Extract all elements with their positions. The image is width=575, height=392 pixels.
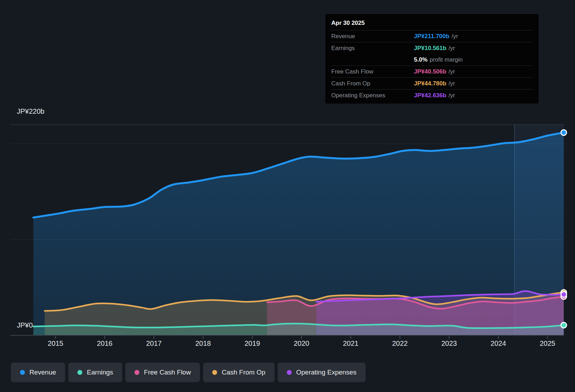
operating-expenses-end-marker [561, 292, 567, 297]
x-axis-label-2023: 2023 [441, 340, 457, 347]
legend-item-revenue[interactable]: Revenue [11, 363, 65, 382]
legend-item-free-cash-flow[interactable]: Free Cash Flow [125, 363, 200, 382]
legend-label: Cash From Op [222, 369, 265, 376]
x-axis-label-2015: 2015 [48, 340, 63, 347]
tooltip-row-free-cash-flow: Free Cash Flow JP¥40.506b /yr [331, 65, 533, 77]
legend-label: Earnings [87, 369, 113, 376]
x-axis-label-2025: 2025 [540, 340, 555, 347]
free-cash-flow-dot-icon [134, 370, 139, 375]
tooltip-value: JP¥10.561b [414, 45, 446, 52]
x-axis-label-2020: 2020 [294, 340, 310, 347]
x-axis-label-2024: 2024 [491, 340, 506, 347]
tooltip-date: Apr 30 2025 [331, 18, 533, 30]
tooltip-row-operating-expenses: Operating Expenses JP¥42.636b /yr [331, 89, 533, 101]
legend-item-earnings[interactable]: Earnings [68, 363, 122, 382]
tooltip-label: Cash From Op [331, 80, 414, 87]
legend-item-operating-expenses[interactable]: Operating Expenses [278, 363, 366, 382]
chart-legend: Revenue Earnings Free Cash Flow Cash Fro… [11, 363, 366, 382]
revenue-dot-icon [20, 370, 25, 375]
chart-tooltip: Apr 30 2025 Revenue JP¥211.700b /yr Earn… [325, 14, 539, 104]
tooltip-unit: /yr [449, 45, 455, 52]
tooltip-label: Revenue [331, 33, 414, 40]
earnings-dot-icon [77, 370, 82, 375]
x-axis-label-2017: 2017 [146, 340, 162, 347]
x-axis-label-2022: 2022 [392, 340, 408, 347]
x-axis-label-2021: 2021 [343, 340, 359, 347]
earnings-end-marker [561, 322, 567, 328]
tooltip-unit: /yr [449, 92, 455, 99]
tooltip-unit: /yr [449, 68, 455, 75]
tooltip-unit: /yr [451, 33, 458, 40]
tooltip-label: Operating Expenses [331, 92, 414, 99]
tooltip-row-cash-from-op: Cash From Op JP¥44.780b /yr [331, 77, 533, 89]
tooltip-label: Earnings [331, 45, 414, 52]
tooltip-value: JP¥42.636b [414, 92, 446, 99]
y-axis-max-label: JP¥220b [17, 107, 44, 115]
tooltip-row-revenue: Revenue JP¥211.700b /yr [331, 30, 533, 42]
tooltip-value: JP¥211.700b [414, 33, 449, 40]
tooltip-margin-value: 5.0% [414, 56, 428, 63]
legend-label: Free Cash Flow [144, 369, 191, 376]
legend-label: Operating Expenses [296, 369, 356, 376]
x-axis-label-2016: 2016 [97, 340, 113, 347]
legend-item-cash-from-op[interactable]: Cash From Op [203, 363, 275, 382]
tooltip-margin-label: profit margin [430, 56, 463, 63]
tooltip-row-profit-margin: 5.0% profit margin [331, 54, 533, 65]
operating-expenses-dot-icon [287, 370, 292, 375]
legend-label: Revenue [29, 369, 56, 376]
revenue-end-marker [561, 130, 567, 135]
cash-from-op-dot-icon [212, 370, 217, 375]
tooltip-value: JP¥44.780b [414, 80, 446, 87]
tooltip-label: Free Cash Flow [331, 68, 414, 75]
x-axis-label-2018: 2018 [195, 340, 211, 347]
tooltip-row-earnings: Earnings JP¥10.561b /yr [331, 42, 533, 54]
tooltip-value: JP¥40.506b [414, 68, 446, 75]
tooltip-unit: /yr [449, 80, 455, 87]
x-axis-label-2019: 2019 [244, 340, 260, 347]
y-axis-zero-label: JP¥0 [17, 321, 33, 329]
